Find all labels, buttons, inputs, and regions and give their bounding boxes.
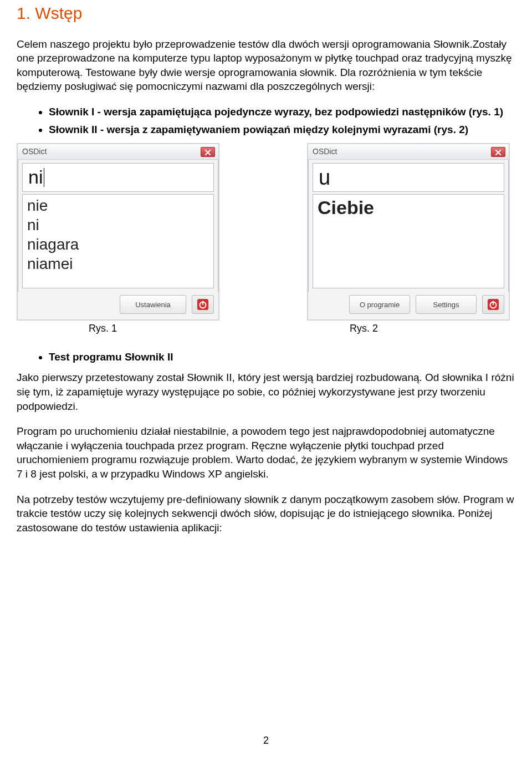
osdict-window-fig1: OSDict ni nie ni niagara niamei Ustawien… xyxy=(17,143,219,321)
power-icon xyxy=(197,298,209,311)
test-heading-list: Test programu Słownik II xyxy=(17,350,515,364)
page-number: 2 xyxy=(0,734,532,747)
window-title: OSDict xyxy=(313,146,337,157)
titlebar: OSDict xyxy=(308,144,509,160)
version-list: Słownik I - wersja zapamiętująca pojedyn… xyxy=(17,105,515,136)
body-paragraph: Program po uruchomieniu działał niestabi… xyxy=(17,424,515,481)
list-item[interactable]: Ciebie xyxy=(318,196,499,220)
suggestion-list[interactable]: Ciebie xyxy=(313,194,504,288)
power-button[interactable] xyxy=(192,295,214,314)
button-bar: O programie Settings xyxy=(308,292,509,319)
button-bar: Ustawienia xyxy=(18,292,218,319)
search-input[interactable]: ni xyxy=(22,163,214,192)
titlebar: OSDict xyxy=(18,144,218,160)
search-input[interactable]: u xyxy=(313,163,504,192)
settings-button[interactable]: Ustawienia xyxy=(120,295,186,314)
list-item[interactable]: nie xyxy=(27,196,209,215)
list-item[interactable]: niamei xyxy=(27,254,209,273)
osdict-window-fig2: OSDict u Ciebie O programie Settings xyxy=(307,143,510,321)
power-button[interactable] xyxy=(482,295,504,314)
close-icon[interactable] xyxy=(491,147,505,157)
close-icon[interactable] xyxy=(201,147,215,157)
settings-button[interactable]: Settings xyxy=(416,295,477,314)
intro-paragraph: Celem naszego projektu było przeprowadze… xyxy=(17,37,515,94)
list-item[interactable]: ni xyxy=(27,215,209,235)
section-heading: 1. Wstęp xyxy=(17,0,515,25)
body-paragraph: Jako pierwszy przetestowany został Słown… xyxy=(17,370,515,413)
figure-caption-2: Rys. 2 xyxy=(350,322,378,335)
suggestion-list[interactable]: nie ni niagara niamei xyxy=(22,194,214,288)
list-item: Test programu Słownik II xyxy=(49,350,515,364)
about-button[interactable]: O programie xyxy=(349,295,410,314)
figure-caption-1: Rys. 1 xyxy=(89,322,117,335)
power-icon xyxy=(487,298,499,311)
body-paragraph: Na potrzeby testów wczytujemy pre-defini… xyxy=(17,492,515,535)
list-item: Słownik II - wersja z zapamiętywaniem po… xyxy=(49,123,515,137)
window-title: OSDict xyxy=(22,146,47,157)
list-item[interactable]: niagara xyxy=(27,235,209,254)
list-item: Słownik I - wersja zapamiętująca pojedyn… xyxy=(49,105,515,119)
figure-captions: Rys. 1 Rys. 2 xyxy=(17,322,515,335)
